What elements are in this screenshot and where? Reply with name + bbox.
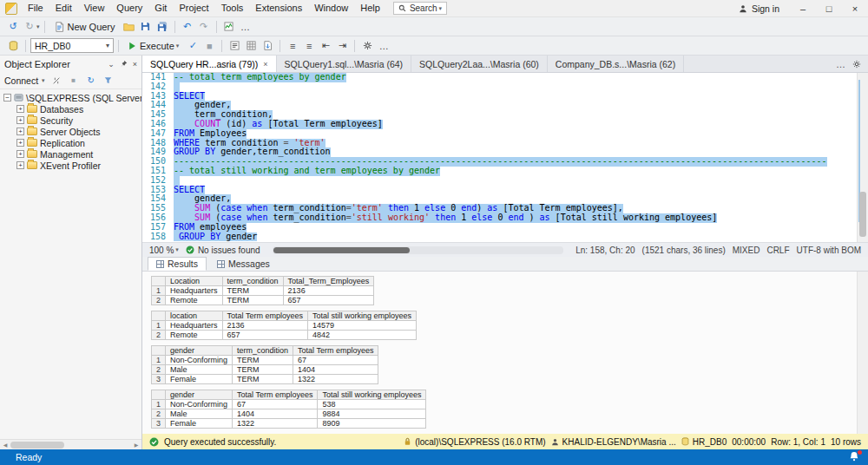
refresh-icon[interactable]: ↻ [85, 75, 97, 87]
grid-cell[interactable]: 14579 [307, 321, 416, 331]
menu-item-project[interactable]: Project [173, 0, 214, 16]
grid-cell[interactable]: Remote [166, 331, 223, 340]
menu-item-tools[interactable]: Tools [215, 0, 250, 16]
code-line[interactable]: 146 COUNT (id) as [Total Term employees] [142, 120, 868, 129]
expand-icon[interactable]: + [16, 150, 24, 158]
grid-cell[interactable]: Male [166, 365, 233, 375]
code-line[interactable]: 152 [142, 176, 868, 186]
scroll-left-icon[interactable]: ◀ [0, 442, 10, 448]
available-databases-icon[interactable] [5, 38, 21, 54]
grid-column-header[interactable]: Total Term employees [233, 390, 318, 400]
editor-hscroll-thumb[interactable] [273, 247, 411, 253]
code-line[interactable]: 156 SUM (case when term_condition='still… [142, 213, 868, 223]
grid-cell[interactable]: 8909 [318, 419, 426, 429]
tree-node-management[interactable]: +Management [3, 148, 141, 160]
panel-close-icon[interactable]: × [133, 60, 137, 69]
grid-column-header[interactable]: location [166, 311, 223, 321]
navigate-back-icon[interactable]: ↺ [5, 19, 21, 35]
database-selector[interactable]: HR_DB0 ▾ [30, 38, 114, 53]
panel-chevron-icon[interactable]: ⌄ [108, 60, 115, 69]
grid-cell[interactable]: Headquarters [166, 286, 223, 296]
grid-column-header[interactable]: Location [166, 277, 223, 286]
grid-cell[interactable]: Female [166, 419, 233, 429]
zoom-selector[interactable]: 100 % ▾ [149, 246, 179, 255]
activity-monitor-icon[interactable] [221, 19, 237, 35]
grid-cell[interactable]: 4842 [307, 331, 416, 340]
expand-icon[interactable]: + [16, 161, 24, 169]
maximize-button[interactable]: □ [816, 0, 842, 16]
expand-icon[interactable]: + [16, 105, 24, 113]
save-icon[interactable] [138, 19, 154, 35]
grid-column-header[interactable]: Total_Term_Employees [283, 277, 374, 286]
issues-indicator[interactable]: No issues found [186, 246, 260, 255]
editor-vscrollbar[interactable] [857, 73, 868, 242]
grid-cell[interactable]: TERM [222, 296, 283, 305]
grid-column-header[interactable]: gender [166, 390, 233, 400]
nav-dropdown-icon[interactable]: ▾ [36, 23, 40, 30]
doc-tab-3[interactable]: SQLQuery2Laa...\Masria (60) [411, 56, 548, 72]
tree-node-security[interactable]: +Security [3, 115, 141, 126]
expand-icon[interactable]: + [16, 128, 24, 135]
collapse-icon[interactable]: − [3, 94, 11, 102]
expand-icon[interactable]: + [16, 139, 24, 147]
tab-list-more-icon[interactable]: … [836, 59, 845, 69]
connect-button[interactable]: Connect [4, 75, 38, 86]
results-vscrollbar[interactable] [857, 272, 868, 434]
grid-cell[interactable]: TERM [222, 286, 283, 296]
grid-row-header[interactable]: 2 [152, 296, 166, 305]
sql-editor[interactable]: 141-- total term employees by gender1421… [142, 73, 868, 242]
grid-row-header[interactable]: 1 [152, 400, 166, 409]
grid-cell[interactable]: 67 [233, 400, 318, 409]
doc-tab-2[interactable]: SQLQuery1.sql...\Masria (64) [277, 56, 412, 72]
minimize-button[interactable]: – [790, 0, 816, 16]
tree-node-replication[interactable]: +Replication [3, 137, 141, 148]
grid-cell[interactable]: 67 [293, 356, 378, 365]
vscroll-thumb[interactable] [859, 192, 866, 238]
results-to-text-icon[interactable] [227, 38, 242, 54]
sign-in-button[interactable]: Sign in [728, 3, 790, 14]
tab-results[interactable]: Results [148, 257, 207, 271]
grid-cell[interactable]: 1322 [293, 375, 378, 384]
grid-column-header[interactable]: Total still working employees [307, 311, 416, 321]
tree-node-server-objects[interactable]: +Server Objects [3, 126, 141, 137]
grid-cell[interactable]: 9884 [318, 409, 426, 419]
scroll-right-icon[interactable]: ▶ [131, 442, 141, 448]
grid-cell[interactable]: 1404 [233, 409, 318, 419]
line-ending-mixed[interactable]: MIXED [733, 246, 760, 255]
menu-item-view[interactable]: View [78, 0, 111, 16]
grid-cell[interactable]: 2136 [222, 321, 307, 331]
grid-cell[interactable]: 657 [283, 296, 374, 305]
code-line[interactable]: 158 GROUP BY gender [142, 232, 868, 242]
query-options-icon[interactable] [359, 38, 375, 54]
menu-item-extensions[interactable]: Extensions [249, 0, 308, 16]
grid-cell[interactable]: 1404 [293, 365, 378, 375]
editor-hscrollbar[interactable] [273, 246, 564, 254]
grid-cell[interactable]: TERM [233, 375, 293, 384]
grid-row-header[interactable]: 2 [152, 409, 166, 419]
grid-cell[interactable]: Non-Conforming [166, 400, 233, 409]
comment-selection-icon[interactable]: ≡ [285, 38, 300, 54]
tab-close-icon[interactable]: × [263, 60, 267, 69]
code-line[interactable]: 143SELECT [142, 92, 868, 102]
tree-node-xevent-profiler[interactable]: +XEvent Profiler [3, 160, 141, 171]
results-to-file-icon[interactable] [260, 38, 275, 54]
undo-icon[interactable]: ↶ [180, 19, 195, 35]
parse-icon[interactable]: ✓ [185, 38, 201, 54]
grid-cell[interactable]: Female [166, 375, 233, 384]
menu-item-query[interactable]: Query [110, 0, 148, 16]
pin-icon[interactable] [120, 60, 128, 68]
grid-cell[interactable]: 657 [222, 331, 307, 340]
menu-item-edit[interactable]: Edit [49, 0, 78, 16]
grid-cell[interactable]: 538 [318, 400, 426, 409]
grid-row-header[interactable]: 3 [152, 375, 166, 384]
filter-icon[interactable] [102, 75, 115, 87]
menu-item-file[interactable]: File [22, 0, 49, 16]
toolbar-overflow-icon[interactable]: … [238, 19, 253, 35]
close-button[interactable]: × [842, 0, 868, 16]
code-line[interactable]: 153SELECT [142, 186, 868, 195]
grid-row-header[interactable]: 1 [152, 286, 166, 296]
grid-row-header[interactable]: 1 [152, 321, 166, 331]
menu-item-window[interactable]: Window [308, 0, 354, 16]
save-all-icon[interactable] [155, 19, 170, 35]
grid-row-header[interactable]: 2 [152, 365, 166, 375]
